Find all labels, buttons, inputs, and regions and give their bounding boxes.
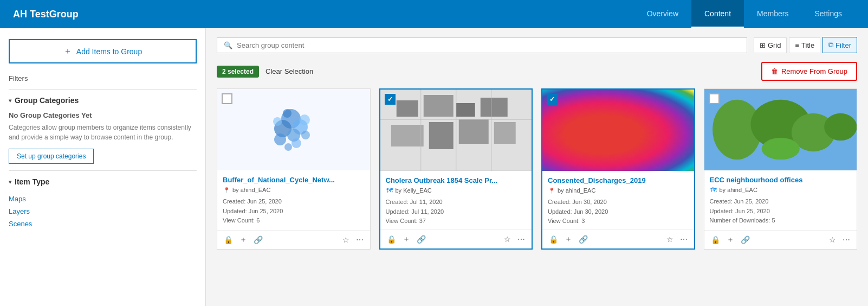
card-item[interactable]: ECC neighbourhood offices 🗺 by ahind_EAC…	[704, 88, 858, 250]
svg-rect-16	[480, 98, 507, 117]
svg-point-7	[283, 109, 292, 118]
selected-count-badge: 2 selected	[217, 66, 259, 78]
more-icon-button[interactable]: ⋯	[679, 234, 689, 245]
card-thumbnail	[217, 89, 370, 170]
lock-icon-button[interactable]: 🔒	[386, 234, 397, 245]
card-author: 📍 by ahind_EAC	[223, 186, 365, 194]
item-type-scenes[interactable]: Scenes	[9, 218, 197, 230]
svg-rect-17	[391, 125, 423, 146]
svg-point-8	[301, 131, 310, 139]
add-items-button[interactable]: ＋ Add Items to Group	[9, 39, 197, 63]
card-thumbnail	[380, 90, 532, 171]
lock-icon-button[interactable]: 🔒	[548, 234, 559, 245]
card-title[interactable]: Buffer_of_National_Cycle_Netw...	[223, 176, 365, 184]
nav-tab-overview[interactable]: Overview	[634, 0, 691, 28]
divider-1	[9, 89, 197, 90]
search-input[interactable]	[237, 41, 740, 49]
card-created: Created: Jun 25, 2020	[710, 197, 852, 207]
card-thumbnail	[542, 90, 694, 171]
card-checkbox[interactable]	[385, 94, 396, 105]
card-view-count: View Count: 37	[386, 216, 527, 226]
add-icon-button[interactable]: ＋	[726, 234, 735, 246]
share-icon-button[interactable]: 🔗	[578, 234, 589, 245]
svg-rect-18	[429, 122, 453, 149]
title-view-button[interactable]: ≡ Title	[789, 37, 820, 53]
svg-point-30	[761, 138, 799, 160]
author-name: by ahind_EAC	[720, 187, 757, 193]
author-name: by ahind_EAC	[232, 187, 270, 193]
card-meta: Created: Jun 30, 2020 Updated: Jun 30, 2…	[548, 197, 689, 226]
author-name: by ahind_EAC	[558, 187, 595, 194]
card-updated: Updated: Jul 11, 2020	[386, 207, 527, 217]
add-icon-button[interactable]: ＋	[563, 233, 573, 245]
svg-rect-13	[396, 100, 418, 117]
lock-icon-button[interactable]: 🔒	[223, 234, 234, 245]
nav-tab-settings[interactable]: Settings	[801, 0, 855, 28]
add-icon-button[interactable]: ＋	[401, 233, 411, 245]
selection-bar: 2 selected Clear Selection 🗑 Remove From…	[217, 62, 857, 81]
card-item[interactable]: Consented_Discharges_2019 📍 by ahind_EAC…	[541, 88, 695, 250]
more-icon-button[interactable]: ⋯	[841, 234, 851, 245]
nav-tab-members[interactable]: Members	[744, 0, 801, 28]
card-checkbox[interactable]	[709, 93, 720, 104]
more-icon-button[interactable]: ⋯	[355, 234, 365, 245]
item-type-list: MapsLayersScenes	[9, 193, 197, 230]
pin-icon: 📍	[223, 186, 230, 194]
lock-icon-button[interactable]: 🔒	[710, 234, 721, 245]
favorite-icon-button[interactable]: ☆	[665, 234, 675, 245]
grid-icon: ⊞	[760, 41, 766, 49]
card-item[interactable]: Cholera Outbreak 1854 Scale Pr... 🗺 by K…	[379, 88, 533, 250]
svg-rect-14	[423, 95, 453, 117]
trash-icon: 🗑	[771, 67, 778, 75]
more-icon-button[interactable]: ⋯	[516, 234, 526, 245]
card-author: 🗺 by Kelly_EAC	[386, 187, 527, 194]
card-updated: Updated: Jun 25, 2020	[710, 207, 852, 216]
plus-icon: ＋	[63, 46, 72, 57]
card-item[interactable]: Buffer_of_National_Cycle_Netw... 📍 by ah…	[217, 88, 371, 250]
card-checkbox[interactable]	[547, 94, 558, 105]
item-type-maps[interactable]: Maps	[9, 193, 197, 205]
card-checkbox[interactable]	[222, 93, 232, 104]
content-area: 🔍 ⊞ Grid ≡ Title ⧉ Filter 2 selec	[206, 28, 868, 306]
card-title[interactable]: Cholera Outbreak 1854 Scale Pr...	[386, 176, 527, 184]
add-icon-button[interactable]: ＋	[238, 234, 248, 246]
nav-tab-content[interactable]: Content	[691, 0, 744, 28]
svg-point-6	[292, 138, 301, 148]
card-title[interactable]: ECC neighbourhood offices	[710, 176, 852, 184]
filters-label: Filters	[9, 74, 197, 82]
group-categories-section[interactable]: ▾ Group Categories	[9, 96, 197, 105]
item-type-heading: Item Type	[15, 177, 49, 186]
share-icon-button[interactable]: 🔗	[740, 234, 751, 245]
doc-icon: 🗺	[386, 187, 393, 194]
item-type-section[interactable]: ▾ Item Type	[9, 177, 197, 186]
card-meta: Created: Jun 25, 2020 Updated: Jun 25, 2…	[223, 197, 365, 226]
card-view-count: View Count: 3	[548, 216, 689, 226]
svg-rect-15	[456, 103, 475, 117]
svg-point-29	[824, 113, 857, 141]
svg-point-5	[274, 133, 286, 145]
search-icon: 🔍	[224, 41, 232, 49]
group-categories-heading: Group Categories	[15, 96, 79, 105]
grid-label: Grid	[768, 41, 781, 49]
filter-label: Filter	[835, 41, 851, 49]
share-icon-button[interactable]: 🔗	[416, 234, 427, 245]
search-box[interactable]: 🔍	[217, 37, 747, 53]
card-author: 📍 by ahind_EAC	[548, 187, 689, 194]
setup-group-categories-button[interactable]: Set up group categories	[9, 149, 94, 164]
card-title[interactable]: Consented_Discharges_2019	[548, 176, 689, 184]
card-footer: 🔒 ＋ 🔗 ☆ ⋯	[542, 229, 694, 248]
clear-selection-button[interactable]: Clear Selection	[265, 67, 313, 75]
favorite-icon-button[interactable]: ☆	[828, 234, 837, 245]
share-icon-button[interactable]: 🔗	[252, 234, 264, 245]
card-created: Created: Jul 11, 2020	[386, 197, 527, 207]
card-grid: Buffer_of_National_Cycle_Netw... 📍 by ah…	[217, 88, 857, 250]
card-created: Created: Jun 25, 2020	[223, 197, 365, 207]
remove-from-group-button[interactable]: 🗑 Remove From Group	[761, 62, 857, 81]
app-title: AH TestGroup	[13, 9, 634, 20]
grid-view-button[interactable]: ⊞ Grid	[754, 37, 787, 53]
item-type-layers[interactable]: Layers	[9, 205, 197, 218]
favorite-icon-button[interactable]: ☆	[503, 234, 512, 245]
card-meta: Created: Jul 11, 2020 Updated: Jul 11, 2…	[386, 197, 527, 226]
filter-button[interactable]: ⧉ Filter	[822, 37, 857, 53]
favorite-icon-button[interactable]: ☆	[341, 234, 351, 245]
